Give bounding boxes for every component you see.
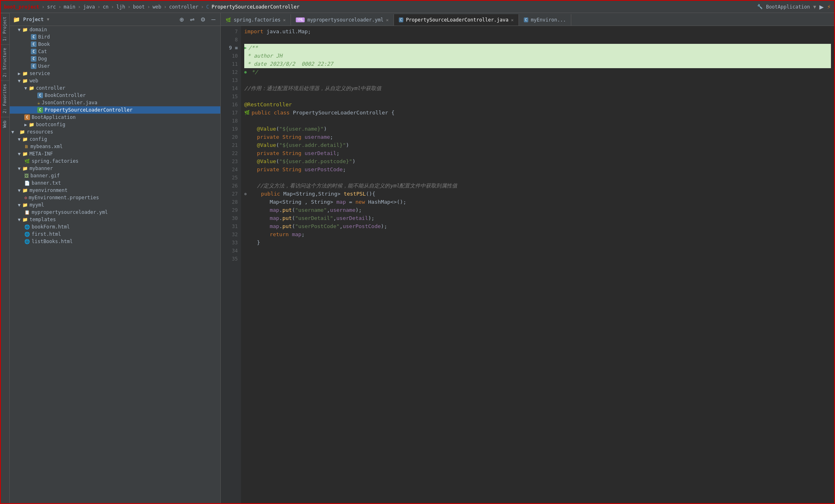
tree-folder-bootconfig[interactable]: ▶ 📁 bootconfig — [10, 121, 220, 128]
code-line-24: private String userPostCode; — [244, 166, 831, 174]
code-line-8 — [244, 36, 831, 44]
code-line-31: map.put("userPostCode",userPostCode); — [244, 222, 831, 230]
tree-item-Dog[interactable]: C Dog — [10, 55, 220, 62]
code-line-13 — [244, 76, 831, 84]
favorites-tab[interactable]: 2: Favorites — [1, 80, 9, 116]
tree-folder-myenvironment[interactable]: ▼ 📁 myenvironment — [10, 187, 220, 194]
tree-item-myEnvironment-properties[interactable]: ⚙ myEnvironment.properties — [10, 194, 220, 201]
expand-icon: ▼ — [18, 188, 21, 193]
panel-header: 📁 Project ▼ ⊕ ⇌ ⚙ ─ — [10, 13, 220, 26]
code-line-33: } — [244, 239, 831, 247]
folder-icon: 📁 — [22, 78, 28, 84]
tab-spring-factories[interactable]: 🌿 spring.factories ✕ — [221, 14, 291, 26]
tree-item-BootApplication[interactable]: C BootApplication — [10, 114, 220, 121]
tree-item-bookForm-html[interactable]: 🌐 bookForm.html — [10, 223, 220, 230]
tree-item-banner-txt[interactable]: 📄 banner.txt — [10, 179, 220, 187]
tree-folder-templates[interactable]: ▼ 📁 templates — [10, 216, 220, 223]
code-line-32: return map; — [244, 230, 831, 239]
code-line-10: * author JH — [244, 52, 831, 60]
run-button[interactable]: ▶ — [820, 2, 824, 11]
tree-folder-meta-inf[interactable]: ▼ 📁 META-INF — [10, 150, 220, 157]
tree-folder-resources[interactable]: ▼ 📁 resources — [10, 128, 220, 136]
expand-icon: ▼ — [18, 202, 21, 208]
folder-icon: 📁 — [22, 27, 28, 32]
tree-item-banner-gif[interactable]: 🖼 banner.gif — [10, 172, 220, 179]
html-icon: 🌐 — [24, 224, 30, 230]
code-content[interactable]: import java.util.Map; ▶ /** * author JH … — [241, 26, 834, 503]
structure-tab[interactable]: 2: Structure — [1, 44, 9, 80]
locate-button[interactable]: ⊕ — [178, 15, 186, 24]
code-line-26: //定义方法，看访问这个方法的时候，能不能从自定义的yml配置文件中获取到属性值 — [244, 182, 831, 190]
tree-item-User[interactable]: C User — [10, 62, 220, 70]
expand-icon: ▼ — [18, 137, 21, 142]
code-editor: 7 8 9 ≡ 10 11 12 13 14 15 16 17 18 19 20… — [221, 26, 834, 503]
spring-tab-icon: 🌿 — [226, 17, 231, 23]
tree-item-mybeans-xml[interactable]: 🗎 mybeans.xml — [10, 143, 220, 150]
tree-folder-domain[interactable]: ▼ 📁 domain — [10, 26, 220, 33]
side-labels: 1: Project 2: Structure 2: Favorites Web — [1, 13, 10, 503]
tree-folder-mybanner[interactable]: ▼ 📁 mybanner — [10, 165, 220, 172]
code-line-21: @Value("${user.addr.detail}") — [244, 141, 831, 149]
code-line-28: Map<String , String> map = new HashMap<>… — [244, 198, 831, 206]
tree-folder-myyml[interactable]: ▼ 📁 myyml — [10, 201, 220, 209]
expand-icon: ▼ — [11, 129, 18, 135]
code-line-11: * date 2023/8/2 0002 22:27 — [244, 60, 831, 68]
tree-item-PropertySourceLoaderController[interactable]: C PropertySourceLoaderController — [10, 106, 220, 114]
tree-item-first-html[interactable]: 🌐 first.html — [10, 230, 220, 238]
tab-PropertySourceLoaderController[interactable]: C PropertySourceLoaderController.java ✕ — [394, 14, 519, 26]
code-line-18 — [244, 117, 831, 125]
gif-icon: 🖼 — [24, 173, 29, 179]
class-icon-orange: C — [24, 114, 30, 120]
folder-icon: 📁 — [22, 202, 28, 208]
run-config-label: BootApplication — [766, 4, 810, 10]
tab-close-yml[interactable]: ✕ — [386, 17, 389, 23]
panel-title: Project — [23, 17, 44, 22]
code-line-17: 🌿 public class PropertySourceLoaderContr… — [244, 109, 831, 117]
tree-item-Bird[interactable]: C Bird — [10, 33, 220, 41]
collapse-button[interactable]: ─ — [210, 15, 217, 24]
project-tab[interactable]: 1: Project — [1, 13, 9, 44]
tree-item-Cat[interactable]: C Cat — [10, 48, 220, 55]
folder-icon: 📁 — [22, 166, 28, 171]
expand-icon: ▼ — [18, 217, 21, 222]
run-controls: 🔧 BootApplication ▼ ▶ ⚡ — [757, 2, 831, 11]
tree-item-spring-factories[interactable]: 🌿 spring.factories — [10, 157, 220, 165]
code-line-9: ▶ /** — [244, 44, 831, 52]
settings-button[interactable]: ⚙ — [199, 15, 207, 24]
tab-mypropertysourceloader[interactable]: YML mypropertysourceloader.yml ✕ — [291, 14, 394, 26]
tree-item-JsonController[interactable]: ☕ JsonController.java — [10, 99, 220, 106]
html-icon: 🌐 — [24, 239, 30, 244]
expand-icon: ▼ — [24, 86, 27, 91]
tree-folder-controller[interactable]: ▼ 📁 controller — [10, 84, 220, 92]
web-tab[interactable]: Web — [1, 117, 9, 131]
tree-folder-config[interactable]: ▼ 📁 config — [10, 136, 220, 143]
class-icon: C — [31, 41, 37, 47]
class-icon: C — [37, 93, 43, 98]
tree-folder-web[interactable]: ▼ 📁 web — [10, 77, 220, 84]
class-icon: C — [31, 63, 37, 69]
expand-icon: ▼ — [18, 78, 21, 84]
tab-close-java[interactable]: ✕ — [511, 17, 514, 23]
tab-myEnviron[interactable]: C myEnviron... — [519, 14, 571, 26]
prop-icon: ⚙ — [24, 195, 27, 200]
scroll-button[interactable]: ⇌ — [188, 15, 196, 24]
panel-actions: ⊕ ⇌ ⚙ ─ — [178, 15, 217, 24]
expand-icon: ▼ — [18, 151, 21, 157]
folder-icon: 📁 — [22, 188, 28, 193]
tree-item-Book[interactable]: C Book — [10, 41, 220, 48]
tab-close-spring[interactable]: ✕ — [283, 17, 286, 23]
tree-folder-service[interactable]: ▶ 📁 service — [10, 70, 220, 77]
line-numbers: 7 8 9 ≡ 10 11 12 13 14 15 16 17 18 19 20… — [221, 26, 241, 503]
editor-tabs: 🌿 spring.factories ✕ YML mypropertysourc… — [221, 13, 834, 26]
tree-item-listBooks-html[interactable]: 🌐 listBooks.html — [10, 238, 220, 245]
folder-icon: 📁 — [22, 137, 28, 142]
folder-icon: 📁 — [22, 151, 28, 157]
class-icon-green: C — [37, 107, 43, 113]
tree-item-BookController[interactable]: C BookController — [10, 92, 220, 99]
code-line-30: map.put("userDetail",userDetail); — [244, 214, 831, 222]
txt-icon: 📄 — [24, 181, 30, 186]
code-line-35 — [244, 255, 831, 263]
code-line-25 — [244, 174, 831, 182]
tree-item-mypropertysourceloader-yml[interactable]: 📋 mypropertysourceloader.yml — [10, 209, 220, 216]
folder-icon: 📁 — [22, 71, 28, 76]
